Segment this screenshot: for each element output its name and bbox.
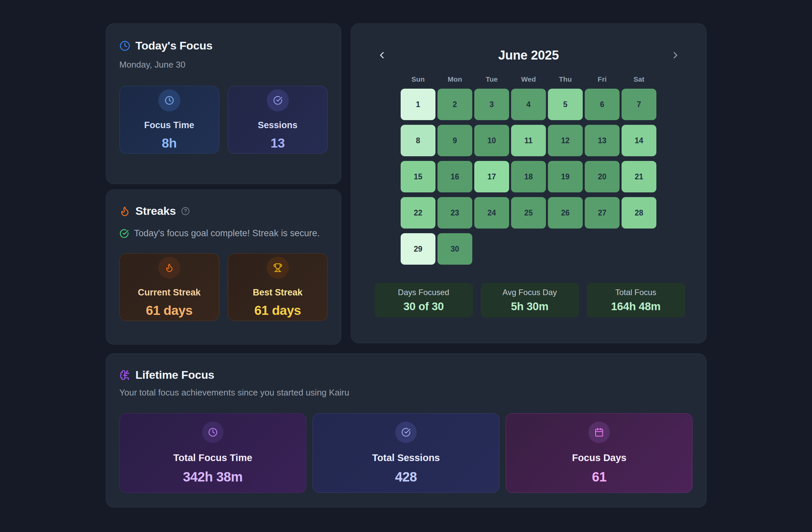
todays-date: Monday, June 30 [119, 60, 328, 70]
current-streak-tile: Current Streak 61 days [119, 253, 219, 321]
total-focus-time-tile: Total Focus Time 342h 38m [119, 413, 306, 493]
calendar-icon [594, 428, 604, 437]
calendar-day-cell[interactable]: 14 [622, 125, 656, 156]
current-streak-label: Current Streak [138, 287, 201, 298]
focus-days-label: Focus Days [572, 452, 627, 463]
next-month-button[interactable] [668, 48, 683, 62]
days-focused-stat: Days Focused 30 of 30 [375, 283, 473, 317]
flame-icon [165, 263, 174, 272]
calendar-day-cell[interactable]: 29 [401, 233, 435, 265]
total-focus-time-icon-circle [202, 422, 223, 443]
focus-days-tile: Focus Days 61 [506, 413, 693, 493]
streak-status-message: Today's focus goal complete! Streak is s… [119, 228, 328, 239]
calendar-day-cell[interactable]: 27 [585, 197, 620, 228]
trophy-icon [273, 263, 282, 272]
focus-time-label: Focus Time [144, 120, 194, 131]
total-sessions-value: 428 [395, 470, 417, 485]
sessions-label: Sessions [258, 120, 298, 131]
calendar-day-cell[interactable]: 1 [401, 89, 435, 120]
calendar-day-cell[interactable]: 3 [474, 89, 509, 120]
calendar-day-cell[interactable]: 22 [401, 197, 435, 228]
weekday-label: Sat [622, 75, 656, 83]
calendar-grid: 1234567891011121314151617181920212223242… [401, 89, 656, 265]
calendar-day-cell[interactable]: 11 [511, 125, 546, 156]
focus-calendar-card: June 2025 SunMonTueWedThuFriSat 12345678… [351, 24, 707, 343]
calendar-day-cell[interactable]: 21 [622, 161, 656, 192]
calendar-day-cell[interactable]: 4 [511, 89, 546, 120]
help-circle-icon[interactable] [181, 207, 190, 216]
todays-focus-card: Today's Focus Monday, June 30 Focus Time… [106, 24, 342, 184]
current-streak-icon-circle [158, 257, 180, 279]
clock-icon [208, 428, 218, 437]
calendar-day-cell[interactable]: 30 [437, 233, 472, 265]
calendar-day-cell[interactable]: 25 [511, 197, 546, 228]
dashboard: Today's Focus Monday, June 30 Focus Time… [106, 24, 707, 507]
total-sessions-label: Total Sessions [372, 452, 440, 463]
weekday-label: Tue [474, 75, 509, 83]
total-focus-time-label: Total Focus Time [173, 452, 252, 463]
chevron-left-icon [377, 50, 387, 61]
check-circle-icon [273, 96, 282, 105]
focus-days-icon-circle [589, 422, 610, 443]
previous-month-button[interactable] [375, 48, 389, 62]
calendar-weekdays: SunMonTueWedThuFriSat [401, 75, 656, 83]
calendar-day-cell[interactable]: 10 [474, 125, 509, 156]
days-focused-value: 30 of 30 [403, 300, 444, 313]
calendar-day-cell[interactable]: 2 [437, 89, 472, 120]
avg-focus-day-value: 5h 30m [511, 300, 549, 313]
streaks-card: Streaks Today's focus goal complete! Str… [106, 189, 342, 345]
weekday-label: Fri [585, 75, 620, 83]
weekday-label: Mon [437, 75, 472, 83]
lifetime-focus-title: Lifetime Focus [135, 368, 215, 381]
calendar-day-cell[interactable]: 23 [437, 197, 472, 228]
sessions-tile: Sessions 13 [228, 86, 328, 153]
current-streak-value: 61 days [146, 303, 193, 318]
todays-focus-title: Today's Focus [135, 39, 213, 52]
focus-time-tile: Focus Time 8h [119, 86, 219, 153]
focus-days-value: 61 [592, 470, 607, 485]
streaks-title: Streaks [135, 204, 176, 218]
focus-time-value: 8h [162, 136, 177, 151]
sessions-icon-circle [267, 89, 289, 112]
total-focus-value: 164h 48m [611, 300, 661, 313]
calendar-day-cell[interactable]: 18 [511, 161, 546, 192]
calendar-day-cell[interactable]: 26 [548, 197, 583, 228]
brain-circuit-icon [119, 370, 130, 381]
calendar-day-cell[interactable]: 7 [622, 89, 656, 120]
calendar-day-cell[interactable]: 20 [585, 161, 620, 192]
calendar-day-cell[interactable]: 5 [548, 89, 583, 120]
focus-time-icon-circle [158, 89, 180, 112]
sessions-value: 13 [271, 136, 285, 151]
calendar-day-cell[interactable]: 12 [548, 125, 583, 156]
lifetime-focus-card: Lifetime Focus Your total focus achievem… [106, 353, 707, 507]
calendar-day-cell[interactable]: 28 [622, 197, 656, 228]
avg-focus-day-stat: Avg Focus Day 5h 30m [481, 283, 579, 317]
days-focused-label: Days Focused [398, 288, 449, 297]
calendar-day-cell[interactable]: 17 [474, 161, 509, 192]
weekday-label: Thu [548, 75, 583, 83]
streak-status-text: Today's focus goal complete! Streak is s… [134, 228, 320, 239]
calendar-day-cell[interactable]: 13 [585, 125, 620, 156]
weekday-label: Sun [401, 75, 435, 83]
calendar-day-cell[interactable]: 8 [401, 125, 435, 156]
total-sessions-icon-circle [395, 422, 417, 443]
calendar-day-cell[interactable]: 6 [585, 89, 620, 120]
calendar-day-cell[interactable]: 9 [437, 125, 472, 156]
total-focus-label: Total Focus [615, 288, 656, 297]
best-streak-icon-circle [267, 257, 289, 279]
total-focus-time-value: 342h 38m [183, 470, 242, 485]
clock-icon [165, 96, 174, 105]
best-streak-label: Best Streak [253, 287, 303, 298]
calendar-day-cell[interactable]: 15 [401, 161, 435, 192]
best-streak-value: 61 days [255, 303, 301, 318]
calendar-day-cell[interactable]: 16 [437, 161, 472, 192]
lifetime-focus-subtitle: Your total focus achievements since you … [119, 387, 693, 398]
calendar-day-cell[interactable]: 19 [548, 161, 583, 192]
flame-icon [119, 206, 130, 217]
calendar-day-cell[interactable]: 24 [474, 197, 509, 228]
clock-icon [119, 41, 130, 51]
check-circle-icon [401, 428, 411, 437]
total-sessions-tile: Total Sessions 428 [313, 413, 499, 493]
best-streak-tile: Best Streak 61 days [228, 253, 328, 321]
weekday-label: Wed [511, 75, 546, 83]
